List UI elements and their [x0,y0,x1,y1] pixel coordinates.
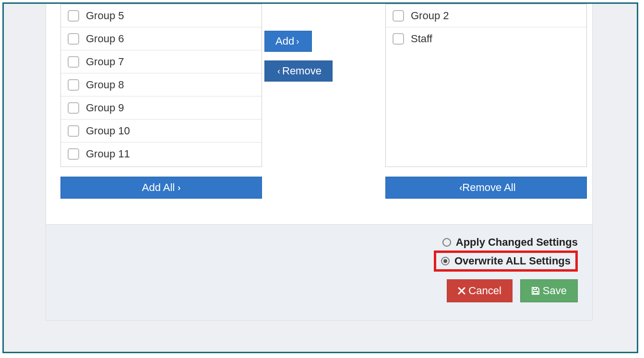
checkbox-icon[interactable] [68,79,79,91]
list-item-label: Group 5 [86,10,124,22]
remove-button[interactable]: ‹ Remove [264,60,333,82]
radio-apply-changed[interactable] [442,238,451,247]
list-item-label: Group 10 [86,125,130,137]
list-item[interactable]: Group 7 [61,50,262,73]
list-item[interactable]: Staff [386,27,586,50]
highlight-overwrite: Overwrite ALL Settings [434,251,578,272]
list-item-label: Group 11 [86,148,130,160]
save-icon [531,286,540,295]
footer-area: Apply Changed Settings Overwrite ALL Set… [46,224,592,320]
list-item[interactable]: Group 10 [61,119,262,143]
outer-frame: Group 5 Group 6 Group 7 Group 8 Group 9 [2,2,638,353]
svg-rect-0 [534,291,537,294]
radio-overwrite-all[interactable] [441,257,450,265]
svg-rect-1 [534,287,537,289]
list-item-label: Group 9 [86,102,124,114]
radio-row-overwrite: Overwrite ALL Settings [60,251,578,272]
available-groups-list[interactable]: Group 5 Group 6 Group 7 Group 8 Group 9 [60,4,262,167]
list-item[interactable]: Group 5 [61,4,262,27]
list-item-label: Group 2 [411,10,449,22]
add-button-label: Add [275,35,294,48]
list-item-label: Group 8 [86,79,124,91]
cancel-button-label: Cancel [468,285,501,297]
add-all-button-label: Add All [142,181,175,194]
list-item[interactable]: Group 9 [61,96,262,119]
list-item[interactable]: Group 11 [61,143,262,166]
remove-all-button[interactable]: ‹‹ Remove All [385,177,587,199]
add-all-button[interactable]: Add All ›› [60,177,262,199]
checkbox-icon[interactable] [393,10,404,22]
list-item[interactable]: Group 8 [61,73,262,96]
cancel-button[interactable]: Cancel [447,279,512,302]
list-item[interactable]: Group 2 [386,4,586,27]
selected-groups-list[interactable]: Group 2 Staff [385,4,587,167]
radio-overwrite-all-label: Overwrite ALL Settings [454,255,571,267]
list-item-label: Group 6 [86,33,124,45]
checkbox-icon[interactable] [68,56,79,68]
save-button-label: Save [543,285,567,297]
action-row: Cancel Save [60,279,578,302]
checkbox-icon[interactable] [68,33,79,45]
remove-button-label: Remove [282,65,322,77]
list-item[interactable]: Group 6 [61,27,262,50]
checkbox-icon[interactable] [393,33,404,45]
remove-all-button-label: Remove All [462,181,515,194]
list-item-label: Staff [411,33,432,45]
radio-row-apply: Apply Changed Settings [60,236,578,249]
radio-apply-changed-label: Apply Changed Settings [456,236,578,249]
lists-area: Group 5 Group 6 Group 7 Group 8 Group 9 [46,4,592,205]
add-button[interactable]: Add › [264,31,312,52]
close-icon [458,287,465,295]
checkbox-icon[interactable] [68,102,79,114]
checkbox-icon[interactable] [68,148,79,160]
chevron-right-icon: › [296,36,299,47]
checkbox-icon[interactable] [68,125,79,137]
transfer-buttons: Add › ‹ Remove [264,31,363,90]
checkbox-icon[interactable] [68,10,79,22]
chevron-left-icon: ‹ [277,66,280,76]
list-item-label: Group 7 [86,56,124,68]
save-button[interactable]: Save [520,279,578,302]
settings-panel: Group 5 Group 6 Group 7 Group 8 Group 9 [46,4,593,321]
